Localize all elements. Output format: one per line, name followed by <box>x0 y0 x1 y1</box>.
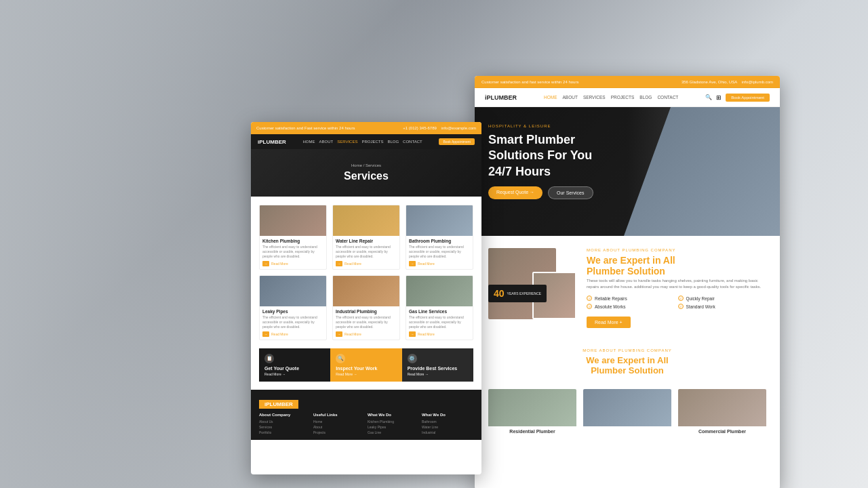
service-card-body-3: Bathroom Plumbing The efficient and easy… <box>406 236 473 269</box>
cta-card-3[interactable]: ⚙️ Provide Best Services Read More → <box>402 348 473 382</box>
search-icon[interactable]: 🔍 <box>705 94 712 100</box>
service-readmore-1[interactable]: → Read More <box>262 261 323 266</box>
readmore-arrow-6: → <box>409 331 416 337</box>
about-read-more-button[interactable]: Read More + <box>587 317 631 328</box>
about-section-label: MORE ABOUT PLUMBING COMPANY <box>587 248 766 252</box>
nav-contact[interactable]: CONTACT <box>403 140 422 144</box>
footer-item-3-3[interactable]: Gas Line <box>368 430 419 434</box>
svc-image-1 <box>488 389 576 426</box>
footer-item-4-1[interactable]: Bathroom <box>422 420 473 424</box>
about-images: 40 YEARS EXPERIENCE <box>488 248 576 319</box>
service-readmore-4[interactable]: → Read More <box>262 331 323 337</box>
svc-card-3[interactable]: Commercial Plumber <box>678 389 766 435</box>
right-nav-contact[interactable]: CONTACT <box>657 95 678 100</box>
features-list: Reliable Repairs Quickly Repair Absolute… <box>587 296 766 309</box>
hero-our-services-button[interactable]: Our Services <box>548 186 593 199</box>
footer-item-1-2[interactable]: Services <box>259 425 311 429</box>
footer-item-1-3[interactable]: Portfolio <box>259 430 311 434</box>
cta-link-1[interactable]: Read More → <box>264 372 325 376</box>
right-appointment-button[interactable]: Book Appointment <box>726 94 770 102</box>
feature-dot-3 <box>587 304 592 309</box>
cta-card-2[interactable]: 🔍 Inspect Your Work Read More → <box>330 348 401 382</box>
nav-projects[interactable]: PROJECTS <box>361 140 383 144</box>
feature-dot-4 <box>678 304 684 309</box>
service-text-3: The efficient and easy to understand acc… <box>409 245 470 259</box>
right-nav-actions: 🔍 ⊞ Book Appointment <box>705 94 770 102</box>
service-card-body-5: Industrial Plumbing The efficient and ea… <box>333 306 399 340</box>
service-card-image-3 <box>406 205 473 236</box>
right-nav-projects[interactable]: PROJECTS <box>611 95 635 100</box>
svc-image-2 <box>583 389 671 426</box>
feature-2: Quickly Repair <box>678 296 767 301</box>
service-text-6: The efficient and easy to understand acc… <box>409 315 470 329</box>
service-card-image-5 <box>333 276 399 306</box>
years-number: 40 <box>494 288 505 299</box>
svc-card-1[interactable]: Residential Plumber <box>488 389 576 435</box>
service-card-body-4: Leaky Pipes The efficient and easy to un… <box>260 306 326 340</box>
about-text-content: MORE ABOUT PLUMBING COMPANY We are Exper… <box>587 248 766 328</box>
footer-brand: iPLUMBER <box>259 400 298 409</box>
left-brand[interactable]: iPLUMBER <box>258 139 286 145</box>
nav-blog[interactable]: BLOG <box>387 140 399 144</box>
svc-label-3: Commercial Plumber <box>678 426 766 435</box>
nav-about[interactable]: ABOUT <box>319 140 334 144</box>
left-topbar: Customer satisfaction and Fast service w… <box>251 122 481 134</box>
service-card-2: Water Line Repair The efficient and easy… <box>332 205 400 270</box>
right-about2-section: MORE ABOUT PLUMBING COMPANY We are Exper… <box>475 340 780 384</box>
book-appointment-button[interactable]: Book Appointment <box>439 138 475 145</box>
grid-icon[interactable]: ⊞ <box>716 94 722 101</box>
footer-heading-3: What We Do <box>368 413 419 417</box>
service-readmore-2[interactable]: → Read More <box>336 261 397 266</box>
right-nav-blog[interactable]: BLOG <box>639 95 652 100</box>
feature-dot-2 <box>678 296 684 301</box>
cta-title-3: Provide Best Services <box>408 366 468 371</box>
nav-home[interactable]: HOME <box>303 140 315 144</box>
service-card-image-6 <box>406 276 473 306</box>
left-hero: Home / Services Services <box>251 149 481 197</box>
footer-heading-4: What We Do <box>422 413 473 417</box>
cta-title-2: Inspect Your Work <box>336 366 396 371</box>
service-readmore-5[interactable]: → Read More <box>336 331 397 337</box>
footer-item-2-2[interactable]: About <box>313 425 365 429</box>
service-readmore-3[interactable]: → Read More <box>409 261 470 266</box>
right-nav-services[interactable]: SERVICES <box>583 95 606 100</box>
footer-item-3-1[interactable]: Kitchen Plumbing <box>368 420 419 424</box>
footer-item-1-1[interactable]: About Us <box>259 420 311 424</box>
right-nav-home[interactable]: HOME <box>544 95 557 100</box>
about2-title: We are Expert in All Plumber Solution <box>488 355 766 375</box>
right-nav-about[interactable]: ABOUT <box>562 95 577 100</box>
feature-3: Absolute Works <box>587 304 675 309</box>
readmore-arrow-2: → <box>336 261 342 266</box>
footer-col-2: Useful Links Home About Projects <box>313 413 365 436</box>
right-topbar-address: 356 Gladstone Ave, Ohio, USA info@iplumb… <box>682 80 773 84</box>
service-text-2: The efficient and easy to understand acc… <box>336 245 397 259</box>
svc-card-2[interactable] <box>583 389 671 435</box>
left-footer: iPLUMBER About Company About Us Services… <box>251 390 481 440</box>
cta-title-1: Get Your Quote <box>264 366 325 371</box>
hero-request-quote-button[interactable]: Request Quote → <box>488 186 542 199</box>
footer-item-4-2[interactable]: Water Line <box>422 425 473 429</box>
right-about-section: 40 YEARS EXPERIENCE MORE ABOUT PLUMBING … <box>475 236 780 340</box>
service-card-body-2: Water Line Repair The efficient and easy… <box>333 236 399 269</box>
right-brand[interactable]: iPLUMBER <box>485 94 517 101</box>
svc-label-1: Residential Plumber <box>488 426 576 435</box>
cta-card-1[interactable]: 📋 Get Your Quote Read More → <box>259 348 330 382</box>
service-title-4: Leaky Pipes <box>262 309 323 314</box>
left-nav-links: HOME ABOUT SERVICES PROJECTS BLOG CONTAC… <box>303 140 422 144</box>
nav-services[interactable]: SERVICES <box>337 140 357 144</box>
footer-item-4-3[interactable]: Industrial <box>422 430 473 434</box>
services-grid: Kitchen Plumbing The efficient and easy … <box>251 197 481 348</box>
years-experience-badge: 40 YEARS EXPERIENCE <box>488 285 547 302</box>
service-card-image-4 <box>260 276 326 306</box>
cta-link-3[interactable]: Read More → <box>408 372 468 376</box>
service-card-3: Bathroom Plumbing The efficient and easy… <box>406 205 473 270</box>
service-card-body-1: Kitchen Plumbing The efficient and easy … <box>260 236 326 269</box>
cta-icon-2: 🔍 <box>336 354 345 363</box>
footer-item-2-3[interactable]: Projects <box>313 430 365 434</box>
service-text-5: The efficient and easy to understand acc… <box>336 315 397 329</box>
footer-item-3-2[interactable]: Leaky Pipes <box>368 425 419 429</box>
service-readmore-6[interactable]: → Read More <box>409 331 470 337</box>
service-card-image-1 <box>260 205 326 236</box>
cta-link-2[interactable]: Read More → <box>336 372 396 376</box>
footer-item-2-1[interactable]: Home <box>313 420 365 424</box>
